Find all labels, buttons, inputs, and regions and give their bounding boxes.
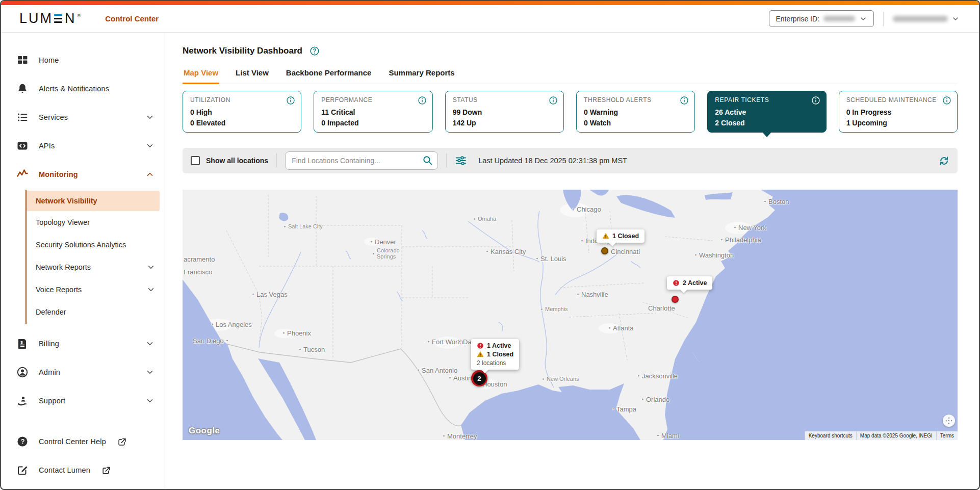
help-icon[interactable] <box>310 46 320 56</box>
map-tooltip[interactable]: 1 Closed <box>597 229 644 243</box>
city-name: New Orleans <box>547 376 579 382</box>
warning-icon <box>477 351 484 358</box>
city-label-charlotte: Charlotte <box>648 304 675 312</box>
sidebar-item-contact-lumen[interactable]: Contact Lumen <box>1 456 165 484</box>
city-label-salt-lake-city: Salt Lake City <box>283 223 323 229</box>
sidebar-item-defender[interactable]: Defender <box>27 301 165 323</box>
enterprise-id-dropdown[interactable]: Enterprise ID: <box>769 10 874 27</box>
tooltip-text: 1 Closed <box>487 351 513 358</box>
card-title: PERFORMANCE <box>321 96 425 104</box>
info-icon[interactable] <box>811 96 820 105</box>
svg-text:$: $ <box>20 340 23 345</box>
user-menu[interactable] <box>893 15 960 23</box>
city-dot <box>443 435 445 437</box>
city-label-st-louis: St. Louis <box>536 255 566 263</box>
city-dot <box>299 348 301 351</box>
show-all-locations-checkbox[interactable] <box>191 156 200 165</box>
city-dot <box>657 434 659 437</box>
city-name: Nashville <box>581 291 608 298</box>
app-label[interactable]: Control Center <box>105 14 159 23</box>
filter-sliders-icon[interactable] <box>455 154 467 167</box>
main-content: Network Visibility Dashboard Map ViewLis… <box>165 33 979 490</box>
sidebar-item-voice-reports[interactable]: Voice Reports <box>27 278 165 301</box>
pan-control-icon[interactable] <box>943 415 955 427</box>
billing-icon: $ <box>16 338 29 350</box>
card-threshold-alerts[interactable]: THRESHOLD ALERTS0 Warning0 Watch <box>576 91 695 133</box>
sidebar-item-monitoring[interactable]: Monitoring <box>1 160 165 189</box>
lumen-logo[interactable]: LUM N ® <box>19 11 81 27</box>
info-icon[interactable] <box>286 96 295 105</box>
sidebar-subitem-label: Defender <box>36 308 156 316</box>
card-value: 0 In Progress <box>846 107 950 118</box>
city-name: Chicago <box>577 205 601 213</box>
sidebar-item-security-solutions-analytics[interactable]: Security Solutions Analytics <box>27 234 165 256</box>
card-title: THRESHOLD ALERTS <box>584 96 687 104</box>
city-dot <box>734 226 736 229</box>
city-label-boston: Boston <box>764 198 789 205</box>
grid-icon <box>16 54 29 66</box>
card-scheduled-maintenance[interactable]: SCHEDULED MAINTENANCE0 In Progress1 Upco… <box>839 91 958 133</box>
sidebar-item-services[interactable]: Services <box>1 103 165 132</box>
sidebar-item-control-center-help[interactable]: ?Control Center Help <box>1 427 165 456</box>
map-marker-closed[interactable] <box>601 247 608 254</box>
filter-divider <box>276 153 277 168</box>
refresh-icon[interactable] <box>939 156 949 166</box>
city-name: Cincinnati <box>611 248 640 255</box>
search-icon[interactable] <box>422 155 433 166</box>
city-label-fort-worth: Fort Worth <box>427 338 463 346</box>
sidebar-item-label: Home <box>39 56 154 64</box>
info-icon[interactable] <box>942 96 951 105</box>
map-tooltip[interactable]: 2 Active <box>667 276 712 290</box>
card-performance[interactable]: PERFORMANCE11 Critical0 Impacted <box>314 91 432 133</box>
city-name: Kansas City <box>491 248 526 255</box>
card-utilization[interactable]: UTILIZATION0 High0 Elevated <box>183 91 301 133</box>
error-icon <box>477 342 484 349</box>
city-label-austin: Austin <box>449 374 472 382</box>
tab-summary-reports[interactable]: Summary Reports <box>388 66 455 84</box>
logo-letter: L <box>19 11 29 27</box>
sidebar-item-support[interactable]: Support <box>1 386 165 415</box>
sidebar-item-billing[interactable]: $Billing <box>1 329 165 358</box>
info-icon[interactable] <box>549 96 558 105</box>
sidebar-item-label: Billing <box>39 340 135 348</box>
external-link-icon <box>101 466 111 475</box>
city-dot <box>720 239 723 241</box>
sidebar-item-apis[interactable]: APIs <box>1 132 165 160</box>
filter-divider <box>446 153 447 168</box>
sidebar-item-label: Monitoring <box>39 170 135 178</box>
page-title: Network Visibility Dashboard <box>183 46 302 56</box>
sidebar-item-home[interactable]: Home <box>1 46 165 74</box>
card-repair-tickets[interactable]: REPAIR TICKETS26 Active2 Closed <box>707 91 826 133</box>
sidebar-item-topology-viewer[interactable]: Topology Viewer <box>27 211 165 234</box>
card-status[interactable]: STATUS99 Down142 Up <box>445 91 564 133</box>
chevron-down-icon <box>145 113 154 122</box>
city-dot <box>608 327 611 329</box>
info-icon[interactable] <box>680 96 689 105</box>
city-dot <box>226 340 228 342</box>
sidebar-subitem-label: Topology Viewer <box>36 218 156 226</box>
sidebar-item-network-visibility[interactable]: Network Visibility <box>27 191 160 211</box>
sidebar-footer: ?Control Center HelpContact Lumen <box>1 427 165 484</box>
map-tooltip[interactable]: 1 Active1 Closed2 locations <box>471 339 519 370</box>
bell-icon <box>16 83 29 95</box>
city-dot <box>252 293 254 296</box>
tab-list-view[interactable]: List View <box>235 66 270 84</box>
city-label-tucson: Tucson <box>299 346 325 353</box>
city-label-colorado-springs: Colorado Springs <box>372 247 400 260</box>
terms-link[interactable]: Terms <box>936 431 958 440</box>
keyboard-shortcuts-link[interactable]: Keyboard shortcuts <box>805 431 856 440</box>
city-dot <box>581 240 583 242</box>
map-marker-active[interactable] <box>672 296 679 303</box>
sidebar-item-network-reports[interactable]: Network Reports <box>27 256 165 278</box>
city-dot <box>372 252 375 255</box>
city-dot <box>283 225 286 228</box>
map[interactable]: BostonNew YorkPhiladelphiaWashingtonChic… <box>183 190 958 440</box>
tab-map-view[interactable]: Map View <box>183 66 219 84</box>
tab-backbone-performance[interactable]: Backbone Performance <box>285 66 373 84</box>
find-locations-input[interactable] <box>285 151 438 170</box>
sidebar-item-alerts-notifications[interactable]: Alerts & Notifications <box>1 74 165 103</box>
chevron-down-icon <box>146 263 156 272</box>
sidebar-item-admin[interactable]: Admin <box>1 358 165 386</box>
info-icon[interactable] <box>418 96 427 105</box>
google-logo[interactable]: Google <box>189 426 220 436</box>
